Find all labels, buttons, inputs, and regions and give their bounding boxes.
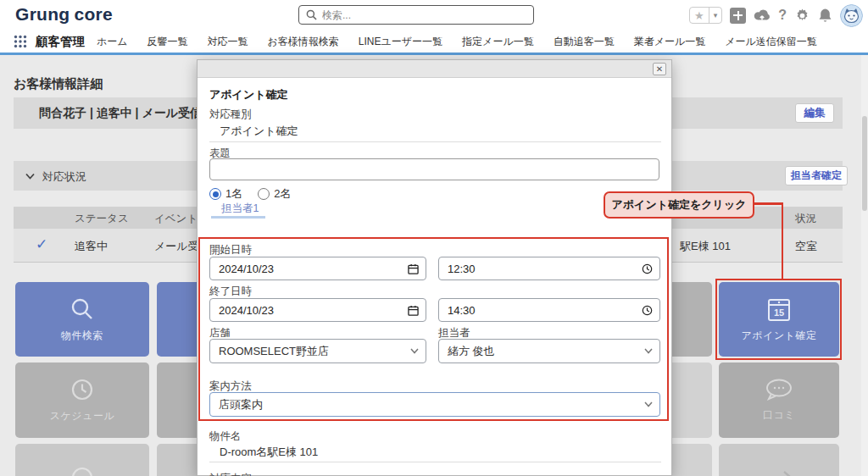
nav-item-customer-search[interactable]: お客様情報検索: [268, 35, 339, 49]
chevron-down-icon: [644, 348, 653, 354]
chevron-down-icon: [410, 348, 419, 354]
nav-item-mail-hold[interactable]: メール送信保留一覧: [725, 35, 817, 49]
modal-title: アポイント確定: [209, 87, 288, 102]
customer-summary-text: 問合花子 | 追客中 | メール受信: [39, 106, 202, 121]
review-tile[interactable]: 口コミ: [719, 363, 839, 438]
collapse-chevron-icon: [25, 173, 35, 180]
subject-input[interactable]: [209, 158, 659, 180]
radio-label: 1名: [225, 186, 242, 202]
global-search[interactable]: [298, 5, 534, 25]
tile-label: 口コミ: [763, 408, 795, 423]
tooltip-text: アポイント確定をクリック: [611, 197, 746, 213]
app-screen: Grungcore ★ ▾ ?: [0, 0, 868, 476]
calendar-small-icon[interactable]: [408, 263, 419, 274]
nav-item-hankyo[interactable]: 反響一覧: [147, 35, 188, 49]
staff-value: 緒方 俊也: [448, 344, 644, 359]
calendar-small-icon[interactable]: [408, 305, 419, 316]
chevron-down-icon: [644, 401, 653, 407]
tab-staff-1[interactable]: 担当者1: [221, 202, 259, 216]
gear-icon[interactable]: [794, 8, 810, 24]
apps-grid-icon[interactable]: [14, 35, 27, 48]
avatar-cat-icon: [840, 4, 863, 27]
clock-small-icon[interactable]: [642, 263, 653, 274]
property-search-tile[interactable]: 物件検索: [15, 282, 149, 357]
favorite-split-button[interactable]: ★ ▾: [689, 7, 722, 24]
content-label: 対応内容: [209, 472, 252, 476]
nav-item-vendor-mail[interactable]: 業者メール一覧: [634, 35, 706, 49]
calendar-day-text: 15: [774, 307, 784, 318]
end-date-input[interactable]: 2024/10/23: [209, 298, 426, 322]
appointment-confirm-tile[interactable]: 15 アポイント確定: [719, 282, 839, 357]
nav-item-home[interactable]: ホーム: [97, 35, 128, 49]
nav-item-taiou[interactable]: 対応一覧: [208, 35, 248, 49]
cloud-upload-icon[interactable]: [754, 8, 771, 23]
start-date-input[interactable]: 2024/10/23: [209, 257, 426, 280]
page-title: お客様情報詳細: [14, 76, 103, 92]
tile-label: 物件検索: [61, 329, 103, 343]
logo-part2: core: [75, 4, 114, 24]
search-icon: [306, 9, 317, 20]
guide-value: 店頭案内: [219, 397, 644, 412]
partial-tile-bottom-left[interactable]: [15, 444, 149, 476]
end-time-input[interactable]: 14:30: [438, 298, 660, 322]
help-icon[interactable]: ?: [778, 8, 787, 23]
main-nav: 顧客管理 ホーム 反響一覧 対応一覧 お客様情報検索 LINEユーザー一覧 指定…: [0, 30, 868, 53]
tile-label: スケジュール: [50, 409, 114, 423]
property-value: D-room名駅E棟 101: [220, 445, 318, 460]
calendar-icon: 15: [767, 296, 791, 322]
start-time-value: 12:30: [448, 263, 642, 275]
edit-button[interactable]: 編集: [795, 103, 834, 123]
col-status: ステータス: [75, 212, 129, 226]
nav-item-designated-mail[interactable]: 指定メール一覧: [462, 35, 534, 49]
bell-icon[interactable]: [818, 8, 832, 24]
logo[interactable]: Grungcore: [15, 4, 113, 25]
clock-small-icon[interactable]: [642, 305, 653, 316]
schedule-tile[interactable]: スケジュール: [15, 363, 149, 438]
start-label: 開始日時: [209, 243, 252, 257]
radio-two-person[interactable]: 2名: [258, 186, 291, 202]
start-time-input[interactable]: 12:30: [438, 257, 660, 280]
logo-part1: Grung: [15, 4, 70, 24]
speech-bubble-icon: [765, 378, 793, 401]
close-icon[interactable]: ✕: [653, 63, 666, 75]
cell-property: 駅E棟 101: [680, 239, 731, 254]
nav-item-line-users[interactable]: LINEユーザー一覧: [359, 35, 442, 49]
partial-tile-bottom-right[interactable]: [719, 444, 839, 476]
col-condition: 状況: [795, 212, 816, 226]
radio-unselected-icon: [258, 188, 270, 200]
modal-header[interactable]: ✕: [198, 60, 671, 78]
shop-select[interactable]: ROOMSELECT野並店: [209, 339, 426, 363]
caret-down-icon: ▾: [714, 11, 718, 19]
star-icon: ★: [694, 9, 704, 22]
user-avatar[interactable]: [840, 4, 863, 27]
add-icon[interactable]: [730, 8, 746, 24]
divider: [209, 141, 661, 142]
page-scrollbar[interactable]: [861, 55, 868, 476]
annotation-connector-vertical: [782, 202, 784, 280]
tab-underline: [211, 216, 265, 219]
col-event: イベント: [154, 212, 198, 226]
radio-one-person[interactable]: 1名: [209, 186, 242, 202]
assign-staff-button[interactable]: 担当者確定: [785, 166, 848, 185]
row-checkbox-checked-icon[interactable]: ✓: [36, 235, 47, 253]
nav-item-auto-followup[interactable]: 自動追客一覧: [554, 35, 615, 49]
radio-selected-icon: [209, 188, 221, 200]
divider: [209, 462, 661, 462]
guide-method-select[interactable]: 店頭案内: [209, 392, 660, 417]
header-icons: ★ ▾ ?: [689, 0, 863, 30]
minus-circle-icon: [70, 465, 95, 476]
magnifier-icon: [70, 296, 95, 322]
end-time-value: 14:30: [448, 304, 642, 317]
scrollbar-thumb[interactable]: [862, 116, 867, 211]
top-header: Grungcore ★ ▾ ?: [0, 0, 868, 30]
section-title: 対応状況: [42, 169, 86, 185]
staff-select[interactable]: 緒方 俊也: [438, 339, 660, 363]
nav-app-title[interactable]: 顧客管理: [36, 34, 85, 50]
end-label: 終了日時: [209, 285, 252, 299]
property-label: 物件名: [209, 429, 242, 444]
search-input[interactable]: [322, 9, 526, 21]
clock-icon: [70, 377, 95, 402]
end-date-value: 2024/10/23: [219, 304, 408, 317]
cell-condition: 空室: [795, 239, 817, 254]
annotation-connector-horizontal: [754, 202, 783, 205]
